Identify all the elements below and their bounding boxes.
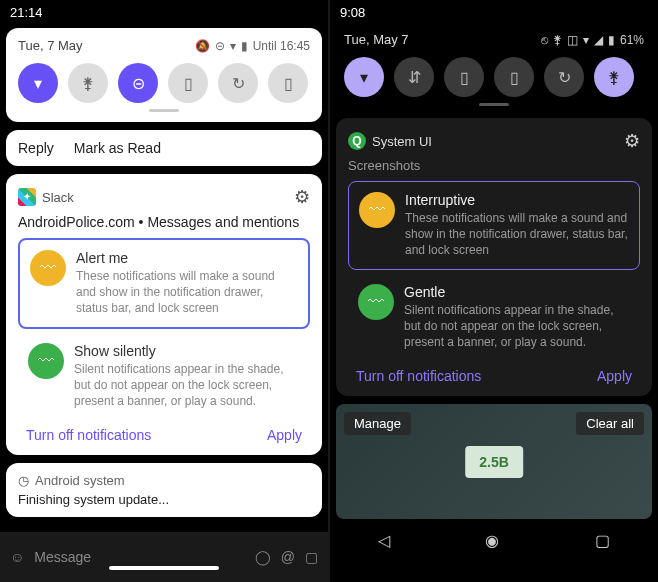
turn-off-link[interactable]: Turn off notifications	[356, 368, 481, 384]
option-gentle[interactable]: 〰 Gentle Silent notifications appear in …	[348, 274, 640, 361]
left-screen: 21:14 Tue, 7 May 🔕 ⊝ ▾ ▮ Until 16:45 ▾ ⚵…	[0, 0, 328, 582]
option-title: Interruptive	[405, 192, 629, 208]
clock: 9:08	[340, 5, 365, 20]
option-desc: Silent notifications appear in the shade…	[404, 302, 630, 351]
option-interruptive[interactable]: 〰 Interruptive These notifications will …	[348, 181, 640, 270]
wifi-icon: ▾	[230, 39, 236, 53]
apply-button[interactable]: Apply	[597, 368, 632, 384]
slack-notification-settings: ✦ Slack ⚙ AndroidPolice.com • Messages a…	[6, 174, 322, 455]
app-name: Slack	[42, 190, 74, 205]
battery-text: 61%	[620, 33, 644, 47]
back-button[interactable]: ◁	[378, 531, 390, 550]
channel-title: AndroidPolice.com • Messages and mention…	[18, 214, 310, 230]
recents-button[interactable]: ▢	[595, 531, 610, 550]
wifi-icon: ▾	[583, 33, 589, 47]
battery-text: Until 16:45	[253, 39, 310, 53]
battery-icon: ▮	[608, 33, 615, 47]
panel-handle[interactable]	[149, 109, 179, 112]
option-title: Alert me	[76, 250, 298, 266]
thumb-content: 2.5B	[465, 446, 523, 478]
apply-button[interactable]: Apply	[267, 427, 302, 443]
dnd-off-icon: 🔕	[195, 39, 210, 53]
silent-icon: 〰	[358, 284, 394, 320]
right-screen: 9:08 Tue, May 7 ⎋ ⚵ ◫ ▾ ◢ ▮ 61% ▾ ⇵ ▯ ▯ …	[330, 0, 658, 582]
flashlight-toggle[interactable]: ▯	[168, 63, 208, 103]
android-icon: ◷	[18, 473, 29, 488]
battery-toggle[interactable]: ▯	[268, 63, 308, 103]
option-show-silently[interactable]: 〰 Show silently Silent notifications app…	[18, 333, 310, 420]
option-title: Show silently	[74, 343, 300, 359]
panel-handle[interactable]	[479, 103, 509, 106]
battery-icon: ▮	[241, 39, 248, 53]
home-button[interactable]: ◉	[485, 531, 499, 550]
battery-toggle[interactable]: ▯	[444, 57, 484, 97]
gear-icon[interactable]: ⚙	[624, 130, 640, 152]
compose-bar-dimmed: ☺ Message ◯ @ ▢	[0, 532, 328, 582]
signal-icon: ◢	[594, 33, 603, 47]
app-name: System UI	[372, 134, 432, 149]
emoji-icon: ☺	[10, 549, 24, 565]
navbar: ◁ ◉ ▢	[330, 523, 658, 558]
bluetooth-toggle[interactable]: ⚵	[594, 57, 634, 97]
rotate-toggle[interactable]: ↻	[218, 63, 258, 103]
quick-toggles: ▾ ⚵ ⊝ ▯ ↻ ▯	[18, 63, 310, 103]
slack-icon: ✦	[18, 188, 36, 206]
quick-toggles: ▾ ⇵ ▯ ▯ ↻ ⚵	[344, 57, 644, 97]
dnd-icon: ⊝	[215, 39, 225, 53]
data-toggle[interactable]: ⇵	[394, 57, 434, 97]
app-name: Android system	[35, 473, 125, 488]
notif-body: Finishing system update...	[18, 492, 310, 507]
send-icon: ▢	[305, 549, 318, 565]
alert-icon: 〰	[359, 192, 395, 228]
silent-icon: 〰	[28, 343, 64, 379]
systemui-icon: Q	[348, 132, 366, 150]
gesture-bar[interactable]	[109, 566, 219, 570]
flashlight-toggle[interactable]: ▯	[494, 57, 534, 97]
bt-icon: ⚵	[553, 33, 562, 47]
channel-title: Screenshots	[348, 158, 640, 173]
manage-button[interactable]: Manage	[344, 412, 411, 435]
turn-off-link[interactable]: Turn off notifications	[26, 427, 151, 443]
option-desc: Silent notifications appear in the shade…	[74, 361, 300, 410]
vibrate-icon: ◫	[567, 33, 578, 47]
dnd-toggle[interactable]: ⊝	[118, 63, 158, 103]
rotate-toggle[interactable]: ↻	[544, 57, 584, 97]
recents-card[interactable]: Manage Clear all 2.5B	[336, 404, 652, 519]
bluetooth-toggle[interactable]: ⚵	[68, 63, 108, 103]
mark-read-action[interactable]: Mark as Read	[74, 140, 161, 156]
option-title: Gentle	[404, 284, 630, 300]
camera-icon: ◯	[255, 549, 271, 565]
qs-panel-right: Tue, May 7 ⎋ ⚵ ◫ ▾ ◢ ▮ 61% ▾ ⇵ ▯ ▯ ↻ ⚵	[330, 24, 658, 114]
option-desc: These notifications will make a sound an…	[76, 268, 298, 317]
gear-icon[interactable]: ⚙	[294, 186, 310, 208]
statusbar-left: 21:14	[0, 0, 328, 24]
status-icons: 🔕 ⊝ ▾ ▮ Until 16:45	[195, 39, 310, 53]
date-text: Tue, May 7	[344, 32, 409, 47]
systemui-notification-settings: Q System UI ⚙ Screenshots 〰 Interruptive…	[336, 118, 652, 396]
alert-icon: 〰	[30, 250, 66, 286]
status-icons: ⎋ ⚵ ◫ ▾ ◢ ▮ 61%	[541, 33, 644, 47]
option-desc: These notifications will make a sound an…	[405, 210, 629, 259]
attach-icon: @	[281, 549, 295, 565]
statusbar-right: 9:08	[330, 0, 658, 24]
clock: 21:14	[10, 5, 43, 20]
date-text: Tue, 7 May	[18, 38, 83, 53]
qs-panel-left: Tue, 7 May 🔕 ⊝ ▾ ▮ Until 16:45 ▾ ⚵ ⊝ ▯ ↻…	[6, 28, 322, 122]
option-alert-me[interactable]: 〰 Alert me These notifications will make…	[18, 238, 310, 329]
notif-actions-row: Reply Mark as Read	[6, 130, 322, 166]
system-update-notif[interactable]: ◷ Android system Finishing system update…	[6, 463, 322, 517]
reply-action[interactable]: Reply	[18, 140, 54, 156]
clear-all-button[interactable]: Clear all	[576, 412, 644, 435]
wifi-toggle[interactable]: ▾	[344, 57, 384, 97]
wifi-toggle[interactable]: ▾	[18, 63, 58, 103]
link-icon: ⎋	[541, 33, 548, 47]
compose-hint: Message	[34, 549, 91, 565]
